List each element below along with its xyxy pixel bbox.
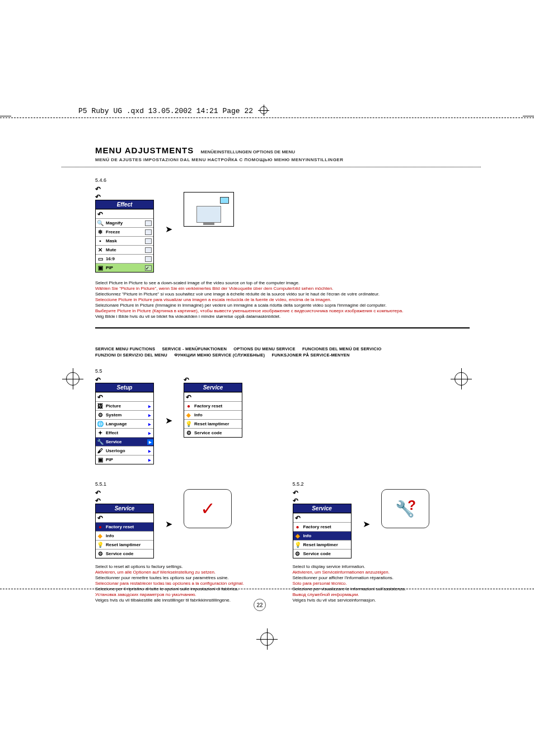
title-translations-line1: MENÜEINSTELLUNGEN OPTIONS DE MENU: [201, 149, 295, 154]
setup-menu-col: ↶ Setup ↶ 🖼Picture▸ ⚙System▸ 🌐Language▸ …: [95, 376, 154, 464]
factory-reset-description: Select to reset all options to factory s…: [95, 564, 273, 603]
pip-icon: ▣: [96, 457, 105, 463]
desc-it: Selezionare Picture in Picture (Immagine…: [95, 303, 470, 308]
menu-row: 🔍Magnify: [96, 218, 153, 227]
desc-fr: Sélectionner pour remettre toutes les op…: [95, 575, 273, 581]
service-menu-col: ↶ Service ↶ ●Factory reset ◆Info 💡Reset …: [184, 376, 242, 438]
desc-it: Selezione per il ripristino di tutte le …: [95, 586, 273, 592]
question-icon: ?: [407, 497, 416, 513]
pip-illustration: [184, 192, 234, 227]
desc-ru: Выберите Picture in Picture (Картинка в …: [95, 308, 470, 314]
desc-ru: Вывод служебной информации.: [293, 592, 470, 598]
widescreen-icon: ▭: [96, 256, 105, 262]
menu-row: ❄Freeze: [96, 227, 153, 236]
desc-fr: Sélectionner pour afficher l'information…: [293, 575, 470, 581]
desc-no: Velges hvis du vil vise serviceinformasj…: [293, 598, 470, 603]
service-icon: 🔧: [96, 439, 105, 445]
pip-description: Select Picture in Picture to see a down-…: [95, 280, 470, 320]
pointer-arrow-icon: ➤: [165, 519, 172, 529]
service-menu-pane: Service ↶ ●Factory reset ◆Info 💡Reset la…: [293, 504, 352, 558]
checkmark-icon: ✓: [200, 498, 216, 519]
section-551: 5.5.1 ↶↶ Service ↶ ●Factory reset ◆Info …: [95, 471, 273, 603]
menu-row: ✕Mute: [96, 245, 153, 254]
menu-title: Setup: [96, 383, 153, 392]
effect-icon: ✦: [96, 430, 105, 436]
submenu-arrow-icon: ▸: [148, 457, 153, 463]
section-55-row: ↶ Setup ↶ 🖼Picture▸ ⚙System▸ 🌐Language▸ …: [95, 376, 470, 464]
freeze-icon: ❄: [96, 229, 105, 235]
stand-illustration: [203, 223, 214, 225]
magnify-icon: 🔍: [96, 220, 105, 226]
wrench-icon: 🔧?: [395, 500, 415, 518]
picture-icon: 🖼: [96, 403, 105, 409]
desc-fr: Sélectionnez "Picture in Picture" si vou…: [95, 292, 470, 297]
desc-en: Select to display service information.: [293, 564, 470, 570]
info-icon: ◆: [184, 412, 193, 418]
section-number: 5.5: [95, 368, 470, 374]
menu-back-row: ↶: [293, 513, 351, 522]
system-icon: ⚙: [96, 412, 105, 418]
heading-de: SERVICE - MENÜFUNKTIONEN: [162, 346, 227, 351]
desc-de: Aktivieren, um alle Optionen auf Werksei…: [95, 570, 273, 575]
crop-mark-top: [0, 118, 534, 118]
pointer-arrow-icon: ➤: [165, 224, 172, 234]
desc-it: Selezione per visualizzare le informazio…: [293, 586, 470, 592]
screen-illustration: [196, 206, 221, 223]
section-number: 5.4.6: [95, 177, 470, 183]
heading-es: FUNCIONES DEL MENÚ DE SERVICIO: [302, 346, 382, 351]
back-arrow-icon: ↶↶: [95, 489, 154, 505]
heading-en: SERVICE MENU FUNCTIONS: [95, 346, 155, 351]
checkbox: [145, 247, 152, 253]
submenu-arrow-icon: ▸: [148, 448, 153, 454]
desc-no: Velg Bilde i Bilde hvis du vil se bildet…: [95, 314, 470, 320]
checkbox: [145, 229, 152, 235]
lamp-icon: 💡: [96, 542, 105, 548]
document-page: P5 Ruby UG .qxd 13.05.2002 14:21 Page 22…: [0, 0, 534, 756]
registration-left: [66, 372, 79, 386]
desc-de: Aktivieren, um Serviceinformationen anzu…: [293, 570, 470, 575]
menu-back-row: ↶: [96, 209, 153, 218]
pip-window-illustration: [220, 197, 229, 204]
pointer-arrow-icon: ➤: [165, 415, 172, 426]
section-552: 5.5.2 ↶↶ Service ↶ ●Factory reset ◆Info …: [293, 471, 470, 603]
lamp-icon: 💡: [293, 542, 302, 548]
desc-de: Wählen Sie "Picture in Picture", wenn Si…: [95, 286, 470, 292]
desc-en: Select Picture in Picture to see a down-…: [95, 280, 470, 286]
code-icon: ⚙: [293, 551, 302, 557]
pointer-arrow-icon: ➤: [363, 519, 370, 529]
heading-fr: OPTIONS DU MENU SERVICE: [233, 346, 295, 351]
imposition-header: P5 Ruby UG .qxd 13.05.2002 14:21 Page 22: [78, 105, 268, 115]
service-menu-pane: Service ↶ ●Factory reset ◆Info 💡Reset la…: [95, 504, 154, 558]
reset-illustration: ✓: [184, 489, 232, 528]
title-translations-line2: MENÚ DE AJUSTES IMPOSTAZIONI DAL MENU НА…: [95, 157, 470, 162]
reset-icon: ●: [184, 403, 193, 409]
heading-ru: ФУНКЦИИ МЕНЮ SERVICE (СЛУЖЕБНЫЕ): [174, 353, 265, 358]
pip-icon: ▣: [96, 265, 105, 271]
reset-icon: ●: [293, 524, 302, 530]
section-rule: [95, 327, 470, 328]
submenu-arrow-icon: ▸: [148, 430, 153, 436]
page-number: 22: [254, 599, 266, 611]
section-number: 5.5.2: [293, 481, 470, 487]
dotted-rule: [62, 167, 481, 167]
registration-icon: [260, 106, 268, 114]
info-illustration: 🔧?: [381, 489, 429, 528]
submenu-arrow-icon: ▸: [148, 403, 153, 409]
menu-back-row: ↶: [96, 392, 153, 401]
menu-title: Service: [293, 504, 351, 513]
back-arrow-icon: ↶↶: [293, 489, 352, 505]
heading-it: FUNZIONI DI SERVIZIO DEL MENU: [95, 353, 167, 358]
info-icon: ◆: [96, 533, 105, 539]
content-area: MENU ADJUSTMENTS MENÜEINSTELLUNGEN OPTIO…: [95, 145, 470, 603]
desc-es: Seleccione Picture in Picture para visua…: [95, 297, 470, 303]
menu-row-selected: ▣PIP✓: [96, 263, 153, 272]
menu-title: Effect: [96, 200, 153, 209]
setup-menu-pane: Setup ↶ 🖼Picture▸ ⚙System▸ 🌐Language▸ ✦E…: [95, 383, 154, 464]
desc-no: Velges hvis du vil tilbakestille alle in…: [95, 598, 273, 603]
checkbox: [145, 220, 152, 226]
mask-icon: ▪: [96, 238, 105, 244]
back-arrow-icon: ↶↶: [95, 185, 154, 201]
service-headings: SERVICE MENU FUNCTIONS SERVICE - MENÜFUN…: [95, 346, 470, 358]
code-icon: ⚙: [96, 551, 105, 557]
code-icon: ⚙: [184, 430, 193, 436]
